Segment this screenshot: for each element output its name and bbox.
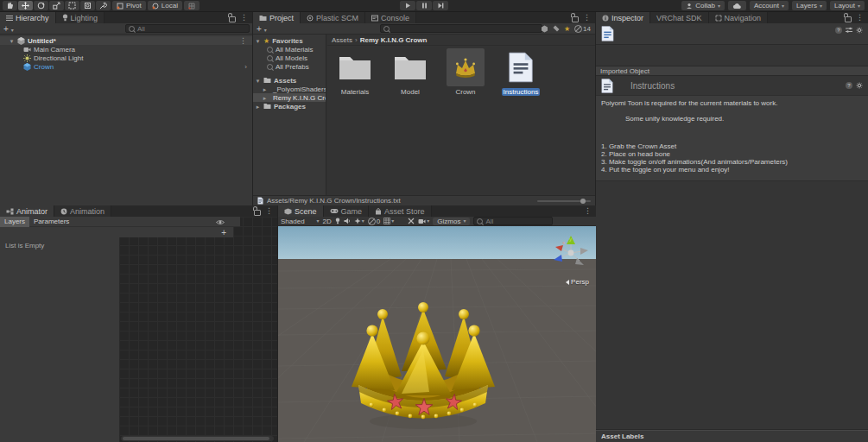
gizmos-dropdown[interactable]: Gizmos▾	[433, 218, 470, 225]
perspective-toggle[interactable]: Persp	[566, 278, 589, 286]
tree-packages[interactable]: ▸ Packages	[253, 102, 326, 110]
local-toggle[interactable]: Local	[148, 1, 182, 10]
tree-all-materials[interactable]: All Materials	[253, 45, 326, 54]
parameters-toggle[interactable]: Parameters	[29, 217, 73, 227]
tree-favorites[interactable]: ▾★ Favorites	[253, 36, 326, 45]
tree-all-prefabs[interactable]: All Prefabs	[253, 62, 326, 71]
hierarchy-search-input[interactable]: All	[125, 24, 250, 33]
animator-graph-area[interactable]	[119, 217, 277, 442]
hidden-packages-count[interactable]: 14	[574, 25, 591, 33]
custom-tool-icon[interactable]	[96, 1, 111, 10]
lock-icon[interactable]	[229, 16, 236, 22]
presets-icon[interactable]	[846, 27, 852, 34]
lock-icon[interactable]	[845, 16, 852, 22]
move-tool-icon[interactable]	[18, 1, 33, 10]
favorite-star-icon[interactable]: ★	[564, 25, 570, 33]
hand-tool-icon[interactable]	[3, 1, 17, 10]
scene-lighting-icon[interactable]	[335, 218, 340, 224]
rotate-tool-icon[interactable]	[34, 1, 48, 10]
scene-options-icon[interactable]: ⋮	[239, 37, 247, 45]
tab-inspector[interactable]: Inspector	[596, 12, 650, 23]
create-add-button[interactable]: + ▾	[3, 24, 14, 34]
hierarchy-item-main-camera[interactable]: Main Camera	[0, 45, 252, 54]
asset-labels-bar[interactable]: Asset Labels	[596, 430, 868, 442]
cloud-button[interactable]	[728, 1, 746, 10]
rect-tool-icon[interactable]	[65, 1, 79, 10]
tab-game[interactable]: Game	[324, 205, 370, 217]
hierarchy-item-directional-light[interactable]: Directional Light	[0, 54, 252, 62]
scene-search-input[interactable]: All	[473, 217, 553, 225]
tab-animation[interactable]: Animation	[54, 205, 111, 217]
project-search-input[interactable]	[380, 24, 542, 33]
slider-knob[interactable]	[580, 199, 586, 204]
settings-gear-icon[interactable]	[856, 27, 863, 34]
step-button[interactable]	[433, 1, 448, 10]
breadcrumb-current[interactable]: Remy K.I.N.G Crown	[360, 36, 428, 44]
add-layer-button[interactable]: +	[221, 228, 226, 237]
transform-tool-icon[interactable]	[80, 1, 95, 10]
tab-console[interactable]: Console	[365, 12, 416, 23]
scene-orientation-gizmo[interactable]: y x	[551, 233, 591, 273]
tree-remy-king-crown[interactable]: ▸ Remy K.I.N.G Crown	[253, 93, 326, 102]
eye-icon[interactable]	[216, 219, 225, 225]
help-icon[interactable]: ?	[846, 82, 852, 89]
unity-editor-window: Pivot Local Collab▾ Account▾ Lay	[0, 0, 868, 442]
tab-lighting[interactable]: Lighting	[56, 12, 105, 23]
item-label: Crown	[34, 63, 54, 71]
asset-item-model[interactable]: Model	[388, 48, 433, 96]
horizontal-scrollbar[interactable]	[121, 436, 274, 441]
tab-hierarchy[interactable]: Hierarchy	[0, 12, 56, 23]
tab-asset-store[interactable]: Asset Store	[369, 205, 432, 217]
layout-dropdown[interactable]: Layout▾	[830, 1, 865, 10]
hidden-objects-count[interactable]: 0	[368, 218, 380, 225]
tab-navigation[interactable]: Navigation	[709, 12, 769, 23]
grid-visibility-dropdown[interactable]: ▾	[383, 218, 394, 224]
play-button[interactable]	[400, 1, 415, 10]
2d-toggle[interactable]: 2D	[323, 218, 332, 225]
prefab-open-chevron-icon[interactable]: ›	[244, 63, 247, 71]
camera-dropdown[interactable]: ▾	[418, 218, 429, 224]
panel-menu-icon[interactable]: ⋮	[856, 14, 864, 22]
collab-dropdown[interactable]: Collab▾	[681, 1, 725, 10]
layers-dropdown[interactable]: Layers▾	[792, 1, 827, 10]
tree-assets[interactable]: ▾ Assets	[253, 76, 326, 85]
help-icon[interactable]: ?	[835, 27, 842, 34]
scene-viewport[interactable]: y x Persp	[278, 226, 596, 442]
tab-project[interactable]: Project	[253, 12, 301, 23]
settings-gear-icon[interactable]	[856, 82, 863, 89]
search-by-label-icon[interactable]	[553, 25, 560, 32]
tab-scene[interactable]: Scene	[278, 205, 324, 217]
pivot-toggle[interactable]: Pivot	[112, 1, 146, 10]
panel-menu-icon[interactable]: ⋮	[584, 207, 592, 215]
panel-menu-icon[interactable]: ⋮	[240, 14, 248, 22]
account-dropdown[interactable]: Account▾	[750, 1, 789, 10]
scrollbar-thumb[interactable]	[123, 437, 269, 440]
tab-vrchat-sdk[interactable]: VRChat SDK	[650, 12, 709, 23]
breadcrumb-assets[interactable]: Assets	[332, 36, 352, 44]
tab-animator[interactable]: Animator	[0, 205, 54, 217]
tree-poiyomi-shaders[interactable]: ▸ _PoiyomiShaders	[253, 85, 326, 93]
audio-icon[interactable]	[344, 218, 351, 224]
panel-menu-icon[interactable]: ⋮	[583, 14, 591, 22]
tab-plastic-scm[interactable]: Plastic SCM	[301, 12, 365, 23]
search-by-type-icon[interactable]	[541, 25, 548, 33]
create-add-button[interactable]: + ▾	[257, 24, 267, 34]
lock-icon[interactable]	[572, 16, 579, 22]
component-tools-icon[interactable]	[408, 218, 415, 224]
effects-dropdown[interactable]: ▾	[354, 218, 364, 224]
lock-icon[interactable]	[254, 210, 261, 216]
layers-toggle[interactable]: Layers	[0, 217, 29, 227]
asset-item-materials[interactable]: Materials	[333, 48, 377, 96]
tree-all-models[interactable]: All Models	[253, 54, 326, 62]
foldout-arrow-icon[interactable]: ▾	[9, 38, 15, 44]
scene-row-untitled[interactable]: ▾ Untitled* ⋮	[0, 36, 252, 45]
panel-menu-icon[interactable]: ⋮	[265, 207, 273, 215]
scale-tool-icon[interactable]	[49, 1, 64, 10]
pause-button[interactable]	[416, 1, 432, 10]
asset-item-crown[interactable]: Crown	[443, 48, 488, 96]
hierarchy-item-crown[interactable]: Crown ›	[0, 62, 252, 71]
thumbnail-size-slider[interactable]	[537, 200, 591, 202]
asset-item-instructions[interactable]: Instructions	[498, 48, 543, 96]
draw-mode-dropdown[interactable]: Shaded▾	[281, 218, 320, 225]
grid-snap-button[interactable]	[184, 1, 200, 10]
